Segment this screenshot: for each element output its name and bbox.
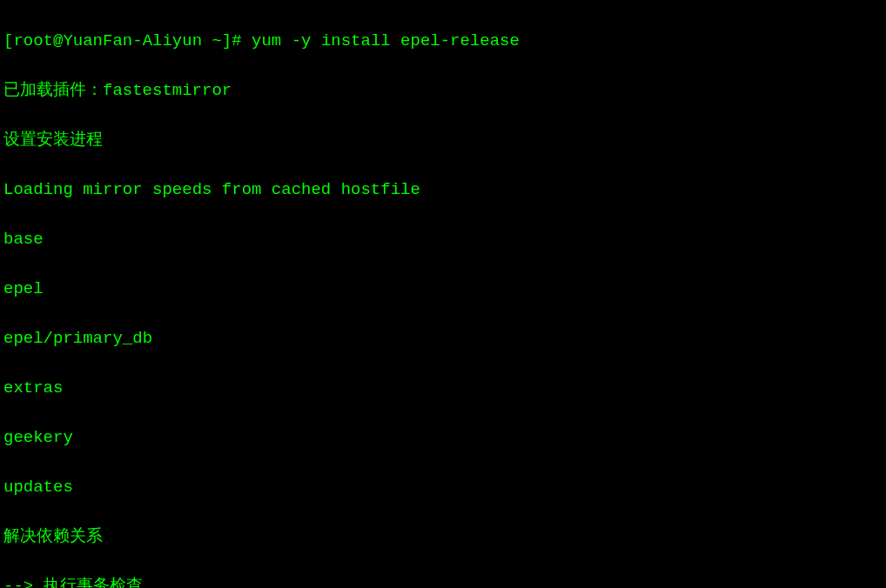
output-line: --> 执行事务检查 [3,574,883,589]
output-line: base [3,227,883,252]
output-line: epel/primary_db [3,326,883,351]
output-line: Loading mirror speeds from cached hostfi… [3,177,883,203]
output-line: 设置安装进程 [3,128,883,153]
shell-command: yum -y install epel-release [252,31,520,50]
output-line: 已加载插件：fastestmirror [3,78,883,104]
output-line: updates [3,475,883,500]
command-line: [root@YuanFan-Aliyun ~]# yum -y install … [3,29,883,54]
shell-prompt: [root@YuanFan-Aliyun ~]# [3,31,242,50]
terminal-output: [root@YuanFan-Aliyun ~]# yum -y install … [3,3,883,588]
output-line: geekery [3,425,883,451]
output-line: epel [3,277,883,302]
output-line: 解决依赖关系 [3,525,883,550]
output-line: extras [3,376,883,401]
